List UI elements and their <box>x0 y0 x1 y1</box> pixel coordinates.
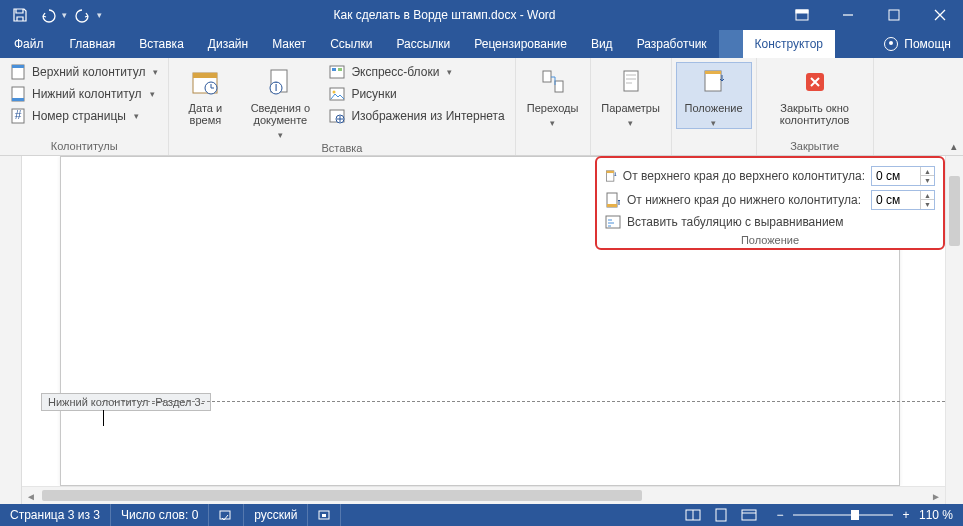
svg-rect-11 <box>193 73 217 78</box>
spin-down[interactable]: ▼ <box>920 200 934 209</box>
minimize-button[interactable] <box>825 0 871 30</box>
doc-info-button[interactable]: i Сведения о документе ▾ <box>241 62 319 140</box>
footer-button[interactable]: Нижний колонтитул▾ <box>8 84 160 104</box>
parameters-label: Параметры <box>601 102 660 114</box>
ribbon-display-options[interactable] <box>779 0 825 30</box>
tab-layout[interactable]: Макет <box>260 30 318 58</box>
page-number-button[interactable]: # Номер страницы▾ <box>8 106 160 126</box>
group-label-hf: Колонтитулы <box>8 138 160 155</box>
close-hf-button[interactable]: Закрыть окно колонтитулов <box>765 62 865 126</box>
svg-point-20 <box>333 91 336 94</box>
position-button[interactable]: Положение ▾ <box>676 62 752 129</box>
scroll-right[interactable]: ► <box>927 487 945 504</box>
zoom-control: − + 110 % <box>763 508 963 522</box>
qat-customize[interactable]: ▾ <box>97 10 102 20</box>
from-top-spinner[interactable]: ▲▼ <box>871 166 935 186</box>
zoom-in[interactable]: + <box>899 508 913 522</box>
view-read-mode[interactable] <box>679 504 707 526</box>
status-words[interactable]: Число слов: 0 <box>111 504 209 526</box>
spin-down[interactable]: ▼ <box>920 176 934 185</box>
vertical-ruler[interactable] <box>0 156 22 504</box>
close-icon <box>799 66 831 98</box>
status-bar: Страница 3 из 3 Число слов: 0 русский − … <box>0 504 963 526</box>
save-button[interactable] <box>8 3 32 27</box>
tab-constructor[interactable]: Конструктор <box>743 30 835 58</box>
svg-rect-3 <box>889 10 899 20</box>
tab-view[interactable]: Вид <box>579 30 625 58</box>
group-position: Положение ▾ <box>672 58 757 155</box>
view-buttons <box>679 504 763 526</box>
svg-rect-32 <box>607 204 617 207</box>
tab-home[interactable]: Главная <box>58 30 128 58</box>
insert-tab-label[interactable]: Вставить табуляцию с выравниванием <box>627 215 935 229</box>
from-bottom-spinner[interactable]: ▲▼ <box>871 190 935 210</box>
svg-rect-1 <box>796 10 808 13</box>
collapse-ribbon-button[interactable]: ▴ <box>951 140 957 153</box>
scroll-thumb[interactable] <box>949 176 960 246</box>
quick-parts-button[interactable]: Экспресс-блоки▾ <box>327 62 506 82</box>
group-options: Параметры ▾ <box>591 58 672 155</box>
online-pictures-label: Изображения из Интернета <box>351 109 504 123</box>
group-header-footer: Верхний колонтитул▾ Нижний колонтитул▾ #… <box>0 58 169 155</box>
redo-button[interactable] <box>71 3 95 27</box>
from-top-input[interactable] <box>872 169 920 183</box>
tab-file[interactable]: Файл <box>0 30 58 58</box>
tell-me[interactable]: Помощн <box>872 30 963 58</box>
pictures-icon <box>329 86 345 102</box>
spin-up[interactable]: ▲ <box>920 191 934 200</box>
scroll-thumb-h[interactable] <box>42 490 642 501</box>
tab-design[interactable]: Дизайн <box>196 30 260 58</box>
view-web-layout[interactable] <box>735 504 763 526</box>
date-time-label: Дата и время <box>181 102 229 126</box>
pictures-button[interactable]: Рисунки <box>327 84 506 104</box>
zoom-value[interactable]: 110 % <box>919 508 953 522</box>
window-title: Как сделать в Ворде штамп.docx - Word <box>110 8 779 22</box>
status-page[interactable]: Страница 3 из 3 <box>0 504 111 526</box>
ribbon-tabs: Файл Главная Вставка Дизайн Макет Ссылки… <box>0 30 963 58</box>
svg-rect-40 <box>742 510 756 520</box>
date-time-button[interactable]: Дата и время <box>177 62 233 126</box>
undo-button[interactable] <box>36 3 60 27</box>
tab-insert[interactable]: Вставка <box>127 30 196 58</box>
tab-review[interactable]: Рецензирование <box>462 30 579 58</box>
header-button[interactable]: Верхний колонтитул▾ <box>8 62 160 82</box>
header-icon <box>10 64 26 80</box>
status-spellcheck[interactable] <box>209 504 244 526</box>
quick-parts-icon <box>329 64 345 80</box>
maximize-button[interactable] <box>871 0 917 30</box>
view-print-layout[interactable] <box>707 504 735 526</box>
navigation-button[interactable]: Переходы ▾ <box>520 62 586 128</box>
svg-rect-27 <box>705 71 721 74</box>
tab-mailings[interactable]: Рассылки <box>384 30 462 58</box>
close-button[interactable] <box>917 0 963 30</box>
status-language[interactable]: русский <box>244 504 308 526</box>
parameters-button[interactable]: Параметры ▾ <box>595 62 667 128</box>
window-controls <box>779 0 963 30</box>
title-bar: ▾ ▾ Как сделать в Ворде штамп.docx - Wor… <box>0 0 963 30</box>
close-hf-label: Закрыть окно колонтитулов <box>769 102 861 126</box>
from-bottom-input[interactable] <box>872 193 920 207</box>
horizontal-scrollbar[interactable]: ◄ ► <box>22 486 945 504</box>
group-label-insert: Вставка <box>177 140 506 157</box>
footer-label: Нижний колонтитул <box>32 87 142 101</box>
svg-rect-23 <box>543 71 551 82</box>
svg-rect-34 <box>220 511 230 519</box>
zoom-knob[interactable] <box>851 510 859 520</box>
vertical-scrollbar[interactable] <box>945 156 963 504</box>
svg-text:i: i <box>275 80 278 94</box>
svg-text:#: # <box>15 108 22 122</box>
text-cursor <box>103 410 104 426</box>
zoom-slider[interactable] <box>793 514 893 516</box>
svg-rect-16 <box>330 66 344 78</box>
status-macro[interactable] <box>308 504 341 526</box>
footer-section-tag: Нижний колонтитул -Раздел 3- <box>41 393 211 411</box>
online-pictures-button[interactable]: Изображения из Интернета <box>327 106 506 126</box>
pictures-label: Рисунки <box>351 87 396 101</box>
spin-up[interactable]: ▲ <box>920 167 934 176</box>
tab-developer[interactable]: Разработчик <box>625 30 719 58</box>
zoom-out[interactable]: − <box>773 508 787 522</box>
undo-dropdown[interactable]: ▾ <box>62 10 67 20</box>
tab-references[interactable]: Ссылки <box>318 30 384 58</box>
header-margin-icon <box>605 168 617 184</box>
scroll-left[interactable]: ◄ <box>22 487 40 504</box>
